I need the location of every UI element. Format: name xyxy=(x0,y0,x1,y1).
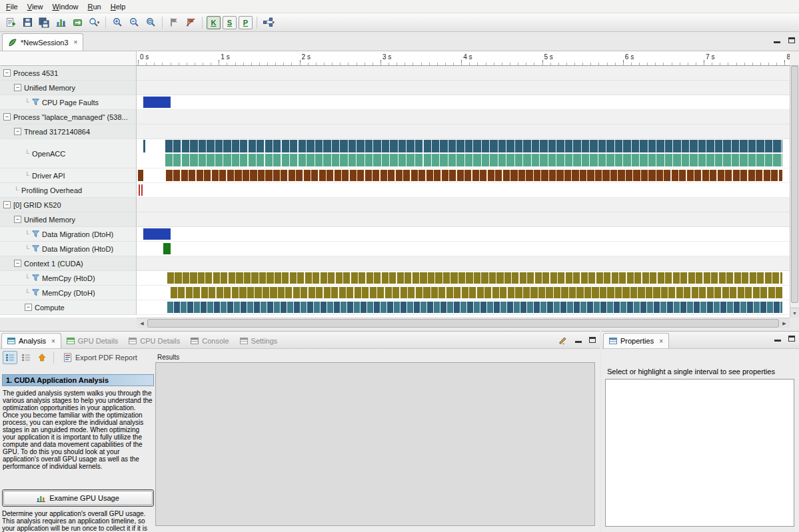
timeline-bar[interactable] xyxy=(171,287,782,298)
timeline-track[interactable] xyxy=(137,168,790,183)
timeline-track[interactable] xyxy=(137,242,790,256)
minimize-icon[interactable] xyxy=(575,341,582,343)
timeline-track[interactable] xyxy=(137,81,790,95)
marker-forward-button[interactable] xyxy=(166,15,182,30)
tab-session[interactable]: *NewSession3 × xyxy=(2,33,83,51)
tab-properties[interactable]: Properties × xyxy=(603,333,669,348)
timeline-ruler[interactable]: 0 s1 s2 s3 s4 s5 s6 s7 s8 s xyxy=(137,51,790,66)
timeline-track[interactable] xyxy=(137,300,790,315)
close-icon[interactable]: × xyxy=(74,39,78,46)
collapse-icon[interactable]: − xyxy=(3,69,11,77)
back-to-parent-button[interactable] xyxy=(35,351,49,364)
view-menu-icon[interactable] xyxy=(558,336,568,344)
tab-gpu-details[interactable]: GPU Details xyxy=(61,333,124,348)
horizontal-scrollbar-thumb[interactable] xyxy=(147,319,779,328)
row-label-cell[interactable]: −Unified Memory xyxy=(0,212,137,227)
timeline-vertical-scrollbar[interactable]: ▼ xyxy=(790,66,799,318)
timeline-track[interactable] xyxy=(137,125,790,139)
timeline-bar[interactable] xyxy=(143,97,171,108)
timeline-track[interactable] xyxy=(137,256,790,271)
row-label-cell[interactable]: └Driver API xyxy=(0,168,137,183)
new-session-button[interactable] xyxy=(3,15,19,30)
row-label-cell[interactable]: └Data Migration (HtoD) xyxy=(0,242,137,256)
row-label-cell[interactable]: └MemCpy (DtoH) xyxy=(0,286,137,300)
row-label-cell[interactable]: −Unified Memory xyxy=(0,81,137,95)
timeline-bar[interactable] xyxy=(143,140,145,152)
row-label-cell[interactable]: └CPU Page Faults xyxy=(0,95,137,110)
timeline-bar[interactable] xyxy=(165,140,782,152)
zoom-fit-button[interactable] xyxy=(143,15,159,30)
close-icon[interactable]: × xyxy=(659,338,663,345)
timeline-track[interactable] xyxy=(137,66,790,81)
examine-gpu-usage-button[interactable]: Examine GPU Usage xyxy=(3,491,153,505)
timeline-bar[interactable] xyxy=(163,243,171,254)
profile-application-button[interactable] xyxy=(53,15,69,30)
timeline-track[interactable] xyxy=(137,198,790,212)
vertical-scrollbar-thumb[interactable] xyxy=(791,66,798,303)
collapse-icon[interactable]: − xyxy=(3,113,11,121)
collapse-icon[interactable]: − xyxy=(14,216,21,223)
zoom-tools-dropdown[interactable]: ▾ xyxy=(86,15,102,30)
collapse-icon[interactable]: − xyxy=(14,260,21,267)
row-label-cell[interactable]: −Process "laplace_managed" (538... xyxy=(0,110,137,125)
timeline-track[interactable] xyxy=(137,139,790,168)
collapse-icon[interactable]: − xyxy=(14,84,21,91)
menu-view[interactable]: View xyxy=(23,1,48,12)
save-button[interactable] xyxy=(19,15,35,30)
menu-file[interactable]: File xyxy=(1,1,23,12)
scroll-down-arrow-icon[interactable]: ▼ xyxy=(790,308,799,318)
timeline-track[interactable] xyxy=(137,271,790,286)
row-label-cell[interactable]: └Profiling Overhead xyxy=(0,183,137,198)
row-label-cell[interactable]: −Thread 3172140864 xyxy=(0,125,137,139)
collapse-icon[interactable]: − xyxy=(25,304,32,311)
row-label-cell[interactable]: └OpenACC xyxy=(0,139,137,168)
maximize-icon[interactable] xyxy=(788,336,795,342)
export-pdf-report-button[interactable]: Export PDF Report xyxy=(63,353,137,362)
timeline-bar[interactable] xyxy=(165,154,782,166)
timeline-track[interactable] xyxy=(137,227,790,242)
scroll-right-arrow-icon[interactable]: ▶ xyxy=(779,318,790,328)
minimize-icon[interactable] xyxy=(774,41,780,43)
menu-window[interactable]: Window xyxy=(47,1,83,12)
timeline-track[interactable] xyxy=(137,95,790,110)
minimize-icon[interactable] xyxy=(774,340,781,342)
timeline-horizontal-scrollbar[interactable]: ◀ ▶ xyxy=(137,318,790,328)
tab-cpu-details[interactable]: CPU Details xyxy=(123,333,185,348)
scroll-left-arrow-icon[interactable]: ◀ xyxy=(137,318,147,328)
timeline-bar[interactable] xyxy=(167,272,782,284)
row-label-cell[interactable]: −Process 4531 xyxy=(0,66,137,81)
timeline-track[interactable] xyxy=(137,110,790,125)
zoom-out-button[interactable] xyxy=(126,15,142,30)
row-label-cell[interactable]: −Context 1 (CUDA) xyxy=(0,256,137,271)
timeline-bar[interactable] xyxy=(166,170,782,181)
maximize-icon[interactable] xyxy=(788,37,795,43)
timeline-bar[interactable] xyxy=(139,184,140,196)
timeline-bar[interactable] xyxy=(143,228,171,240)
tab-console[interactable]: Console xyxy=(185,333,234,348)
timeline-bar[interactable] xyxy=(141,184,143,196)
tab-analysis[interactable]: Analysis× xyxy=(1,333,61,348)
timeline-track[interactable] xyxy=(137,212,790,227)
marker-reset-button[interactable] xyxy=(183,15,199,30)
analysis-menu-button[interactable]: ▾ xyxy=(261,15,277,30)
maximize-icon[interactable] xyxy=(589,337,596,343)
timeline-bar[interactable] xyxy=(167,302,782,313)
close-icon[interactable]: × xyxy=(51,338,55,345)
kernel-timeline-toggle[interactable]: K xyxy=(207,16,221,29)
row-label-cell[interactable]: −[0] GRID K520 xyxy=(0,198,137,212)
collapse-icon[interactable]: − xyxy=(3,201,11,208)
zoom-in-button[interactable] xyxy=(109,15,125,30)
save-all-button[interactable] xyxy=(36,15,52,30)
timeline-track[interactable] xyxy=(137,286,790,300)
guided-analysis-toggle[interactable] xyxy=(3,351,17,364)
source-view-toggle[interactable]: S xyxy=(223,16,237,29)
collapse-icon[interactable]: − xyxy=(14,128,21,135)
tab-settings[interactable]: Settings xyxy=(235,333,283,348)
unguided-analysis-toggle[interactable] xyxy=(19,351,33,364)
row-label-cell[interactable]: −Compute xyxy=(0,300,137,315)
pc-sampling-toggle[interactable]: P xyxy=(239,16,253,29)
timeline-track[interactable] xyxy=(137,183,790,198)
menu-help[interactable]: Help xyxy=(106,1,131,12)
row-label-cell[interactable]: └MemCpy (HtoD) xyxy=(0,271,137,286)
row-label-cell[interactable]: └Data Migration (DtoH) xyxy=(0,227,137,242)
